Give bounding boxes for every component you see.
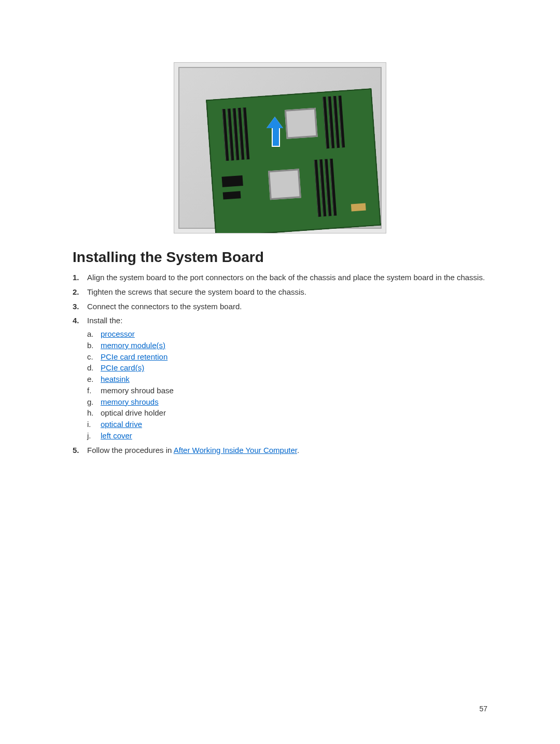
processor-link[interactable]: processor (101, 329, 135, 338)
optical-drive-link[interactable]: optical drive (101, 420, 142, 429)
step-item: Install the: processor memory module(s) … (73, 315, 487, 441)
install-steps-list: Align the system board to the port conne… (73, 272, 487, 456)
substep-item: memory shroud base (87, 385, 487, 396)
memory-shrouds-link[interactable]: memory shrouds (101, 397, 159, 406)
chip-icon (351, 203, 366, 212)
cpu-socket-icon (268, 169, 301, 200)
page-number: 57 (479, 705, 487, 713)
section-heading: Installing the System Board (73, 249, 487, 266)
step-item: Align the system board to the port conne… (73, 272, 487, 283)
install-direction-arrow-icon (268, 118, 282, 146)
left-cover-link[interactable]: left cover (101, 431, 132, 440)
substep-item: memory shrouds (87, 396, 487, 408)
substep-text: optical drive holder (101, 408, 166, 417)
pcie-card-retention-link[interactable]: PCIe card retention (101, 352, 167, 361)
step-item: Follow the procedures in After Working I… (73, 445, 487, 456)
heatsink-link[interactable]: heatsink (101, 375, 130, 383)
step-item: Connect the connectors to the system boa… (73, 301, 487, 312)
system-board-figure (174, 62, 386, 233)
substep-item: memory module(s) (87, 340, 487, 351)
chip-icon (222, 175, 243, 187)
substep-item: left cover (87, 430, 487, 442)
substep-item: PCIe card(s) (87, 362, 487, 374)
substep-item: optical drive holder (87, 407, 487, 419)
substep-item: heatsink (87, 374, 487, 385)
motherboard-graphic (206, 88, 381, 233)
substep-list: processor memory module(s) PCIe card ret… (87, 328, 487, 442)
chip-icon (223, 191, 241, 199)
substep-item: processor (87, 328, 487, 340)
memory-modules-link[interactable]: memory module(s) (101, 341, 165, 350)
substep-item: PCIe card retention (87, 351, 487, 363)
cpu-socket-icon (285, 108, 318, 139)
step-text: Align the system board to the port conne… (87, 273, 485, 282)
step-item: Tighten the screws that secure the syste… (73, 286, 487, 298)
substep-item: optical drive (87, 419, 487, 430)
step-text-prefix: Follow the procedures in (87, 446, 174, 454)
step-text-suffix: . (297, 446, 299, 454)
after-working-inside-link[interactable]: After Working Inside Your Computer (174, 446, 297, 454)
step-text: Tighten the screws that secure the syste… (87, 287, 306, 296)
step-text: Connect the connectors to the system boa… (87, 302, 242, 311)
pcie-cards-link[interactable]: PCIe card(s) (101, 363, 144, 372)
substep-text: memory shroud base (101, 386, 174, 395)
step-text: Install the: (87, 316, 122, 325)
chassis-graphic (178, 67, 382, 229)
